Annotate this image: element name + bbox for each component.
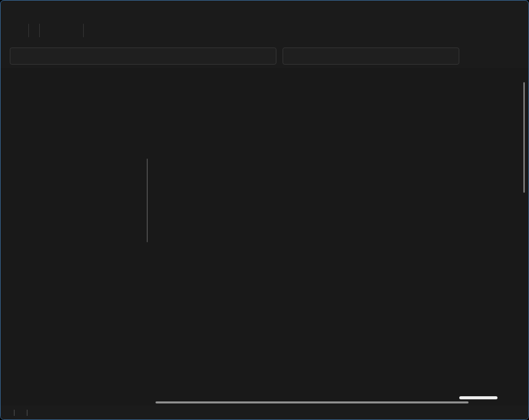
file-list [157, 88, 520, 401]
navigation-bar [1, 44, 528, 68]
new-button[interactable] [5, 27, 23, 34]
status-divider [27, 410, 27, 416]
file-list-pane [151, 68, 524, 407]
more-options-button[interactable] [90, 21, 111, 40]
toolbar-divider [28, 24, 29, 37]
horizontal-scrollbar[interactable] [155, 401, 469, 403]
vertical-scrollbar[interactable] [523, 82, 525, 193]
sidebar-scrollbar[interactable] [147, 159, 148, 242]
search-box[interactable] [283, 48, 459, 65]
search-input[interactable] [293, 52, 454, 60]
address-bar[interactable] [10, 48, 276, 65]
file-explorer-window [0, 0, 529, 420]
command-bar [1, 17, 528, 44]
explorer-body [1, 68, 528, 407]
toolbar-divider [39, 24, 40, 37]
status-bar [1, 406, 528, 419]
horizontal-scrollbar-thumb[interactable] [459, 396, 497, 399]
status-divider [14, 410, 14, 416]
toolbar-divider [83, 24, 84, 37]
navigation-pane [1, 68, 150, 407]
view-button[interactable] [61, 27, 78, 34]
sort-button[interactable] [45, 27, 61, 34]
column-header-row [151, 68, 524, 87]
titlebar [1, 1, 528, 17]
